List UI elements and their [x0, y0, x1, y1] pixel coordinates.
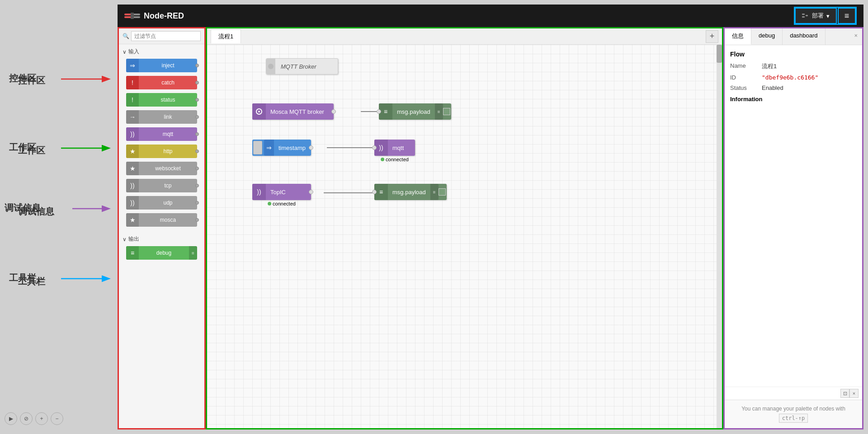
node-item-tcp[interactable]: )) tcp	[126, 179, 197, 192]
node-item-websocket[interactable]: ★ websocket	[126, 162, 197, 175]
canvas-node-timestamp[interactable]: ⇒ timestamp	[252, 140, 311, 156]
catch-icon: !	[126, 76, 139, 89]
tabs-bar: 流程1 +	[207, 28, 722, 45]
debug-palette-icon: ≡	[126, 246, 139, 260]
connections-svg	[207, 45, 722, 428]
websocket-port-right	[195, 167, 199, 170]
flow-section-title: Flow	[730, 51, 857, 58]
deploy-button[interactable]: 部署 ▾	[795, 8, 837, 24]
status-label: Status	[730, 84, 762, 91]
info-row-name: Name 流程1	[730, 62, 857, 70]
panel-corner-buttons: ⊡ ×	[725, 387, 862, 400]
stop-icon[interactable]: ⊘	[20, 412, 33, 425]
controls-label: 控件区	[18, 75, 45, 87]
play-icon[interactable]: ▶	[5, 412, 17, 425]
tcp-port-right	[195, 184, 199, 187]
right-panel: 信息 debug dashboard × Flow Name 流程1 ID "d…	[723, 27, 863, 429]
node-item-mosca[interactable]: ★ mosca	[126, 213, 197, 227]
tab-dashboard[interactable]: dashboard	[783, 28, 825, 45]
panel-close-button[interactable]: ×	[849, 28, 862, 45]
info-row-id: ID "dbef9e6b.c6166"	[730, 74, 857, 81]
status-icon: !	[126, 93, 139, 107]
deploy-label: 部署	[812, 12, 824, 20]
debug-menu-icon: ≡	[189, 246, 197, 260]
node-mqtt-wrapper: )) mqtt	[126, 127, 197, 141]
deploy-area: 部署 ▾ ≡	[794, 7, 857, 25]
mqtt-port-right	[195, 132, 199, 136]
node-tcp-wrapper: )) tcp	[126, 179, 197, 192]
canvas-node-mqtt-broker[interactable]: MQTT Broker	[266, 58, 338, 75]
topic-connected-label: connected	[273, 201, 296, 206]
topbar: Node-RED 部署 ▾ ≡	[118, 5, 863, 27]
canvas-scrollbar[interactable]	[717, 45, 722, 428]
canvas-node-mqtt-out[interactable]: )) mqtt connected	[374, 140, 415, 156]
node-item-mqtt[interactable]: )) mqtt	[126, 127, 197, 141]
svg-rect-9	[124, 16, 132, 18]
tab-debug[interactable]: debug	[751, 28, 783, 45]
palette-hint-text: You can manage your palette of nodes wit…	[730, 406, 857, 412]
timestamp-label: timestamp	[274, 145, 310, 151]
canvas-node-msg-payload-2[interactable]: ≡ msg.payload ≡	[374, 184, 447, 200]
node-item-http[interactable]: ★ http	[126, 145, 197, 158]
timestamp-icon: ⇒	[264, 140, 274, 156]
svg-rect-13	[802, 14, 805, 15]
menu-icon: ≡	[844, 11, 849, 21]
content-area: 🔍 ∨ 输入 ⇒ inject	[118, 27, 863, 429]
node-item-link[interactable]: → link	[126, 110, 197, 124]
filter-input[interactable]	[131, 31, 201, 41]
node-item-status[interactable]: ! status	[126, 93, 197, 107]
websocket-label: websocket	[139, 165, 197, 172]
node-item-inject[interactable]: ⇒ inject	[126, 59, 197, 72]
topic-label: TopIC	[266, 189, 290, 196]
tab-flow1[interactable]: 流程1	[211, 29, 241, 43]
debug-label: debug	[139, 250, 189, 256]
main-window: Node-RED 部署 ▾ ≡ 🔍	[118, 5, 863, 429]
inject-icon: ⇒	[126, 59, 139, 72]
msg-payload-2-square	[439, 188, 446, 196]
bottom-icons: ▶ ⊘ + −	[5, 412, 63, 425]
node-websocket-wrapper: ★ websocket	[126, 162, 197, 175]
mosca-broker-icon	[252, 103, 266, 120]
mqtt-connected-label: connected	[386, 157, 409, 162]
mqtt-icon: ))	[126, 127, 139, 141]
node-debug-wrapper: ≡ debug ≡	[126, 246, 197, 260]
canvas-node-msg-payload-1[interactable]: ≡ msg.payload ≡	[379, 103, 451, 120]
catch-port-right	[195, 81, 199, 84]
corner-btn-expand[interactable]: ⊡	[840, 389, 849, 398]
tab-info[interactable]: 信息	[725, 28, 751, 45]
section-input-header: ∨ 输入	[119, 46, 204, 57]
collapse-output-icon: ∨	[123, 236, 127, 243]
right-panel-tabs: 信息 debug dashboard ×	[725, 28, 862, 45]
section-input-label: 输入	[128, 48, 139, 56]
canvas-node-mosca-broker[interactable]: Mosca MQTT broker	[252, 103, 334, 120]
mqtt-connected-dot	[381, 158, 384, 161]
tcp-icon: ))	[126, 179, 139, 192]
collapse-icon: ∨	[123, 49, 127, 55]
app-title: Node-RED	[144, 11, 184, 21]
node-item-catch[interactable]: ! catch	[126, 76, 197, 89]
canvas[interactable]: MQTT Broker Mosca MQTT broker ≡ msg.payl…	[207, 45, 722, 428]
canvas-node-topic[interactable]: )) TopIC connected	[252, 184, 311, 200]
corner-btn-close[interactable]: ×	[849, 389, 859, 398]
link-label: link	[139, 114, 197, 120]
http-icon: ★	[126, 145, 139, 158]
node-item-udp[interactable]: )) udp	[126, 196, 197, 210]
tcp-label: tcp	[139, 182, 197, 189]
timestamp-port-right	[309, 145, 313, 150]
menu-button[interactable]: ≡	[838, 8, 856, 24]
node-item-debug[interactable]: ≡ debug ≡	[126, 246, 197, 260]
mosca-port-right	[195, 218, 199, 222]
scrollbar-thumb	[717, 45, 722, 63]
filter-bar: 🔍	[119, 28, 204, 44]
tab-add-button[interactable]: +	[706, 30, 718, 43]
udp-port-right	[195, 201, 199, 205]
node-catch-wrapper: ! catch	[126, 76, 197, 89]
svg-rect-15	[806, 15, 808, 16]
name-label: Name	[730, 62, 762, 70]
sidebar-palette: 🔍 ∨ 输入 ⇒ inject	[118, 27, 206, 429]
palette-section-output: ∨ 输出 ≡ debug ≡	[119, 232, 204, 265]
msg-payload-2-menu: ≡	[430, 184, 439, 200]
zoom-out-icon[interactable]: −	[51, 412, 63, 425]
node-mosca-wrapper: ★ mosca	[126, 213, 197, 227]
zoom-in-icon[interactable]: +	[35, 412, 48, 425]
